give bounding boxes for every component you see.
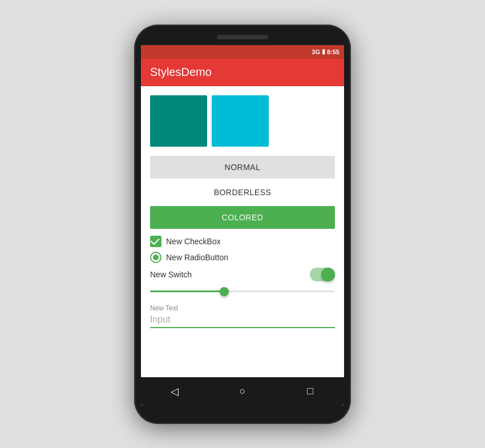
phone-screen: 3G ▮ 8:55 StylesDemo NORMAL BORDERLESS C… xyxy=(141,45,344,406)
switch-label: New Switch xyxy=(150,270,192,279)
home-button[interactable]: ○ xyxy=(231,380,254,403)
normal-button[interactable]: NORMAL xyxy=(150,156,335,179)
swatches-row xyxy=(150,95,335,147)
teal-swatch xyxy=(150,95,207,147)
colored-button[interactable]: COLORED xyxy=(150,206,335,229)
recents-button[interactable]: □ xyxy=(299,380,322,403)
text-input-placeholder[interactable]: Input xyxy=(150,314,171,324)
status-icons: 3G ▮ 8:55 xyxy=(312,48,340,55)
text-input-label: New Text xyxy=(150,304,335,312)
phone-frame: 3G ▮ 8:55 StylesDemo NORMAL BORDERLESS C… xyxy=(134,25,351,424)
cyan-swatch xyxy=(212,95,269,147)
checkbox-label: New CheckBox xyxy=(166,237,221,246)
back-button[interactable]: ◁ xyxy=(163,380,186,403)
battery-icon: ▮ xyxy=(322,48,325,55)
status-bar: 3G ▮ 8:55 xyxy=(141,45,344,59)
phone-speaker xyxy=(217,35,268,39)
radio-label: New RadioButton xyxy=(166,253,228,262)
radio-inner xyxy=(153,255,159,260)
slider-control[interactable] xyxy=(150,286,335,297)
checkbox-row[interactable]: New CheckBox xyxy=(150,236,335,247)
checkbox-control[interactable] xyxy=(150,236,161,247)
switch-row: New Switch xyxy=(150,268,335,281)
switch-thumb xyxy=(321,268,335,281)
slider-row[interactable] xyxy=(150,286,335,297)
slider-fill xyxy=(150,290,224,292)
time-display: 8:55 xyxy=(327,49,340,55)
radio-control[interactable] xyxy=(150,252,161,263)
switch-control[interactable] xyxy=(310,268,335,281)
slider-track xyxy=(150,290,335,292)
app-bar: StylesDemo xyxy=(141,59,344,86)
radio-row[interactable]: New RadioButton xyxy=(150,252,335,263)
text-input-section: New Text Input xyxy=(150,304,335,328)
slider-thumb[interactable] xyxy=(220,287,229,296)
bottom-nav: ◁ ○ □ xyxy=(141,377,344,406)
content-area: NORMAL BORDERLESS COLORED New CheckBox N… xyxy=(141,86,344,377)
app-title: StylesDemo xyxy=(150,66,212,79)
borderless-button[interactable]: BORDERLESS xyxy=(150,181,335,204)
text-input-wrapper[interactable]: Input xyxy=(150,314,335,328)
signal-indicator: 3G xyxy=(312,49,320,55)
